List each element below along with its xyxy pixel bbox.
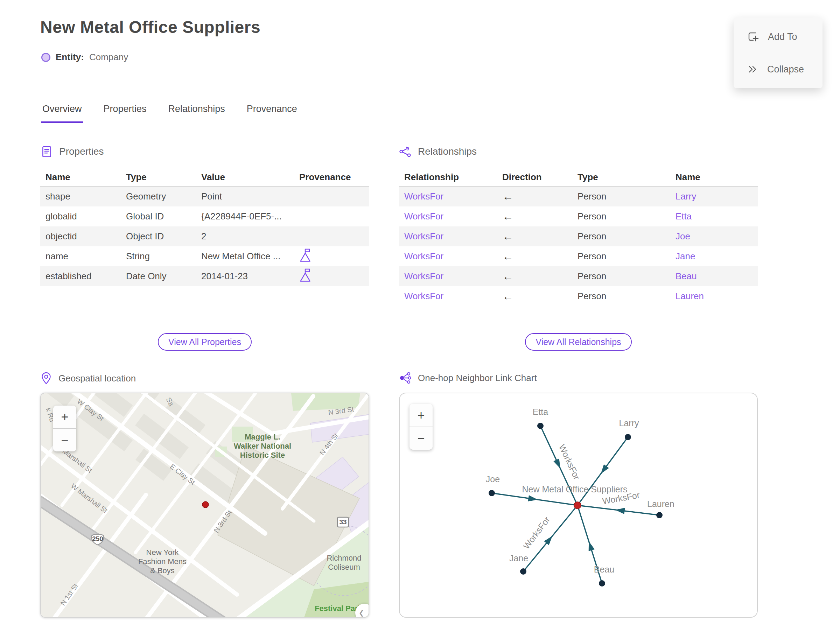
floating-actions-panel: Add To Collapse	[733, 17, 822, 88]
direction-arrow: ←	[497, 230, 572, 243]
relationships-icon	[399, 145, 412, 158]
entity-link[interactable]: Lauren	[670, 291, 758, 302]
edge-arrow	[528, 495, 538, 501]
node-label: Beau	[594, 564, 614, 574]
map-pin-icon	[40, 372, 52, 385]
direction-arrow: ←	[497, 270, 572, 283]
entity-label: Entity:	[56, 52, 84, 63]
properties-table: Name Type Value Provenance shape Geometr…	[40, 168, 369, 286]
chart-zoom-control: + −	[409, 404, 433, 450]
geospatial-section-heading: Geospatial location	[40, 372, 136, 385]
tab-overview[interactable]: Overview	[41, 103, 83, 123]
direction-arrow: ←	[497, 250, 572, 263]
page-title: New Metal Office Suppliers	[40, 17, 260, 37]
relationship-link[interactable]: WorksFor	[399, 211, 497, 222]
add-to-button[interactable]: Add To	[733, 31, 822, 43]
map-zoom-in-button[interactable]: +	[53, 405, 76, 428]
link-chart-heading-label: One-hop Neighbor Link Chart	[418, 373, 537, 383]
chevron-left-icon: ❮	[359, 609, 364, 617]
node-jane[interactable]	[520, 568, 527, 575]
entity-link[interactable]: Larry	[670, 191, 758, 202]
relationships-table-header: Relationship Direction Type Name	[399, 168, 758, 186]
map-zoom-out-button[interactable]: −	[53, 429, 76, 451]
map-zoom-control: + −	[53, 405, 76, 451]
svg-text:33: 33	[339, 518, 347, 526]
provenance-flag-icon[interactable]	[294, 268, 369, 285]
chevrons-right-icon	[747, 64, 758, 75]
node-beau[interactable]	[599, 580, 605, 587]
route-shield: 33	[337, 517, 348, 527]
link-chart-section-heading: One-hop Neighbor Link Chart	[399, 372, 537, 384]
col-relationship: Relationship	[399, 172, 497, 183]
table-row: established Date Only 2014-01-23	[40, 266, 369, 286]
relationship-link[interactable]: WorksFor	[399, 231, 497, 242]
add-to-icon	[747, 31, 759, 43]
edge-arrow	[589, 541, 595, 551]
add-to-label: Add To	[768, 32, 797, 42]
view-all-relationships-wrap: View All Relationships	[399, 333, 758, 351]
properties-section-heading: Properties	[40, 145, 104, 158]
provenance-flag-icon[interactable]	[294, 248, 369, 265]
node-label: Etta	[533, 407, 549, 417]
entity-link[interactable]: Beau	[670, 271, 758, 282]
link-chart-graphic: WorksForWorksForWorksForEttaLarryJoeLaur…	[400, 393, 758, 618]
col-type: Type	[572, 172, 670, 183]
node-joe[interactable]	[488, 490, 495, 496]
entity-link[interactable]: Jane	[670, 251, 758, 262]
relationship-link[interactable]: WorksFor	[399, 251, 497, 262]
node-lauren[interactable]	[656, 512, 663, 518]
one-hop-icon	[399, 372, 412, 384]
relationships-table: Relationship Direction Type Name WorksFo…	[399, 168, 758, 306]
map-canvas[interactable]: k RdW Clay StSaMarshall StW Marshall StE…	[40, 393, 369, 618]
edge-arrow	[615, 508, 625, 514]
entity-link[interactable]: Etta	[670, 211, 758, 222]
relationship-link[interactable]: WorksFor	[399, 291, 497, 302]
node-etta[interactable]	[537, 423, 544, 429]
entity-type-value: Company	[89, 52, 128, 63]
relationships-section-heading: Relationships	[399, 145, 477, 158]
col-provenance: Provenance	[294, 172, 369, 183]
table-row: name String New Metal Office ...	[40, 246, 369, 266]
table-row: shape Geometry Point	[40, 186, 369, 207]
entity-link[interactable]: Joe	[670, 231, 758, 242]
table-row: globalid Global ID {A228944F-0EF5-...	[40, 207, 369, 226]
edge-label: WorksFor	[557, 443, 582, 481]
col-name: Name	[40, 172, 121, 183]
tab-properties[interactable]: Properties	[102, 103, 148, 123]
chart-zoom-out-button[interactable]: −	[409, 427, 433, 450]
direction-arrow: ←	[497, 290, 572, 303]
relationship-link[interactable]: WorksFor	[399, 191, 497, 202]
properties-table-header: Name Type Value Provenance	[40, 168, 369, 186]
svg-text:250: 250	[92, 535, 103, 542]
edge-arrow	[554, 458, 560, 468]
table-row: WorksFor ← Person Etta	[399, 207, 758, 226]
tab-provenance[interactable]: Provenance	[245, 103, 299, 123]
edge-arrow	[601, 464, 609, 474]
node-larry[interactable]	[625, 434, 631, 440]
table-row: WorksFor ← Person Larry	[399, 186, 758, 207]
node-label: Larry	[619, 418, 639, 428]
relationship-link[interactable]: WorksFor	[399, 271, 497, 282]
edge-label: WorksFor	[521, 515, 552, 551]
tab-relationships[interactable]: Relationships	[167, 103, 226, 123]
properties-icon	[40, 145, 53, 158]
node-label: Lauren	[647, 499, 675, 509]
center-node[interactable]	[574, 502, 581, 509]
view-all-properties-button[interactable]: View All Properties	[158, 333, 251, 351]
col-direction: Direction	[497, 172, 572, 183]
table-row: WorksFor ← Person Lauren	[399, 286, 758, 306]
collapse-button[interactable]: Collapse	[733, 64, 822, 75]
chart-zoom-in-button[interactable]: +	[409, 404, 433, 427]
tab-bar: Overview Properties Relationships Proven…	[41, 103, 299, 123]
col-value: Value	[196, 172, 294, 183]
entity-row: Entity: Company	[41, 52, 128, 63]
entity-location-marker[interactable]	[202, 501, 208, 508]
entity-detail-page: New Metal Office Suppliers Entity: Compa…	[0, 0, 840, 639]
link-chart-canvas[interactable]: WorksForWorksForWorksForEttaLarryJoeLaur…	[399, 393, 758, 618]
table-row: WorksFor ← Person Jane	[399, 246, 758, 266]
poi-label: RichmondColiseum	[326, 554, 361, 571]
table-row: WorksFor ← Person Beau	[399, 266, 758, 286]
view-all-relationships-button[interactable]: View All Relationships	[525, 333, 632, 351]
properties-heading-label: Properties	[59, 146, 104, 157]
entity-type-dot-icon	[41, 53, 50, 62]
